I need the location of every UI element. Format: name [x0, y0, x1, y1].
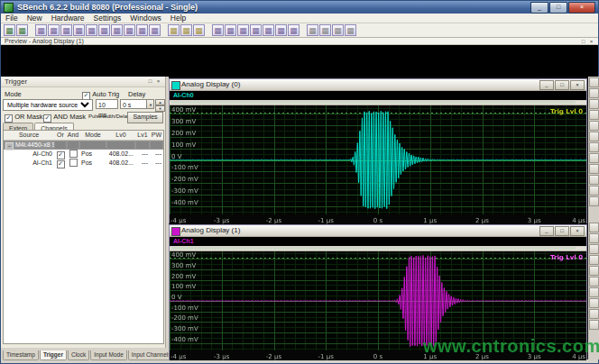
display-side-button[interactable]: [589, 99, 599, 109]
toolbar-button[interactable]: ▦: [250, 24, 262, 36]
analog-display-0-titlebar[interactable]: Analog Display (0) _ □ ×: [170, 79, 586, 91]
trigger-panel-header[interactable]: Trigger □ ×: [1, 77, 165, 87]
channel-label-bar[interactable]: AI-Ch0: [170, 91, 586, 100]
toolbar-button[interactable]: ▦: [225, 24, 236, 36]
or-mask-checkbox[interactable]: ✓ OR Mask: [5, 113, 43, 123]
trigger-mode-select[interactable]: Multiple hardware sources with AND/OR: [3, 99, 93, 111]
toolbar-button[interactable]: ▦: [345, 24, 356, 36]
toolbar-button[interactable]: ▦: [307, 24, 318, 36]
menu-item-hardware[interactable]: Hardware: [47, 14, 89, 23]
toolbar-button[interactable]: ▦: [180, 24, 192, 36]
toolbar-button[interactable]: ▦: [35, 24, 47, 36]
table-row[interactable]: AI-Ch0✓Pos408.02...------: [4, 150, 163, 159]
toolbar-button[interactable]: ▦: [124, 24, 135, 36]
display-side-button[interactable]: [589, 277, 599, 287]
toolbar-button[interactable]: ▦: [212, 24, 224, 36]
float-icon[interactable]: □: [579, 38, 587, 45]
toolbar-button[interactable]: ▦: [332, 24, 344, 36]
analog-display-0-window: Analog Display (0) _ □ × AI-Ch0: [169, 78, 587, 223]
table-group-row[interactable]: −M4i.4450-x8 S...: [4, 141, 163, 150]
maximize-icon[interactable]: □: [549, 2, 567, 14]
display-side-button[interactable]: [589, 77, 599, 87]
close-icon[interactable]: ×: [570, 80, 585, 90]
display-side-button[interactable]: [589, 142, 599, 152]
toolbar-button[interactable]: ▦: [275, 24, 287, 36]
channel-label-bar[interactable]: AI-Ch1: [170, 237, 586, 246]
close-icon[interactable]: ×: [587, 38, 595, 45]
toolbar-button[interactable]: ▦: [319, 24, 331, 36]
toolbar-button[interactable]: ▦: [86, 24, 97, 36]
display-side-button[interactable]: [589, 132, 599, 141]
spinner-up-icon[interactable]: ▲: [155, 99, 165, 105]
toolbar-button[interactable]: ▦: [288, 24, 300, 36]
and-checkbox[interactable]: [67, 159, 79, 168]
delay-field[interactable]: 0 s: [120, 99, 147, 109]
display-side-button[interactable]: [589, 164, 599, 174]
float-icon[interactable]: □: [146, 77, 154, 85]
display-side-button[interactable]: [589, 110, 599, 120]
mode-cell[interactable]: Pos: [79, 150, 106, 159]
toolbar-button[interactable]: ▦: [263, 24, 274, 36]
menu-item-windows[interactable]: Windows: [125, 14, 165, 23]
toolbar-button[interactable]: ▦: [60, 24, 72, 36]
maximize-icon[interactable]: □: [555, 80, 569, 90]
analog-display-1-titlebar[interactable]: Analog Display (1) _ □ ×: [170, 225, 586, 237]
display-side-button[interactable]: [589, 255, 599, 265]
delay-spinner[interactable]: ▲ ▼: [155, 99, 165, 111]
menu-item-settings[interactable]: Settings: [89, 14, 126, 23]
menu-item-file[interactable]: File: [1, 14, 23, 23]
toolbar-button[interactable]: ▦: [48, 24, 60, 36]
menu-item-new[interactable]: New: [23, 14, 47, 23]
toolbar-button[interactable]: ▦: [16, 24, 28, 36]
toolbar-button[interactable]: ▦: [73, 24, 85, 36]
lv0-cell[interactable]: 408.02...: [106, 159, 135, 168]
display-side-button[interactable]: [589, 287, 599, 297]
display-side-button[interactable]: [589, 121, 599, 131]
group-fill-cell: [136, 141, 149, 149]
mode-cell[interactable]: Pos: [79, 159, 106, 168]
table-row[interactable]: AI-Ch1✓Pos408.02...------: [4, 159, 163, 168]
tab-timestamp[interactable]: Timestamp: [3, 350, 39, 360]
close-icon[interactable]: ×: [154, 77, 162, 85]
minimize-icon[interactable]: _: [539, 226, 554, 236]
or-checkbox[interactable]: ✓: [54, 159, 67, 168]
spinner-down-icon[interactable]: ▼: [155, 105, 165, 112]
lv0-cell[interactable]: 408.02...: [106, 150, 135, 159]
maximize-icon[interactable]: □: [555, 226, 569, 236]
tab-trigger[interactable]: Trigger: [40, 350, 67, 360]
title-bar[interactable]: SBench 6.2.2 build 8080 (Professional - …: [1, 1, 598, 14]
tab-input-channels[interactable]: Input Channels: [128, 350, 175, 360]
chevron-down-icon[interactable]: ▼: [146, 99, 154, 109]
display-side-button[interactable]: [589, 320, 599, 330]
display-side-button[interactable]: [589, 309, 599, 319]
analog-display-0-plot[interactable]: [170, 105, 586, 224]
display-side-button[interactable]: [589, 233, 599, 243]
column-header: Source: [4, 131, 54, 140]
and-mask-checkbox[interactable]: ✓ AND Mask: [43, 113, 86, 123]
display-side-button[interactable]: [589, 266, 599, 276]
close-icon[interactable]: ×: [570, 226, 585, 236]
toolbar-button[interactable]: ▦: [98, 24, 110, 36]
display-side-button[interactable]: [589, 186, 599, 196]
display-side-button[interactable]: [589, 298, 599, 308]
minimize-icon[interactable]: _: [530, 2, 548, 14]
auto-trig-timeout-field[interactable]: 10 ms: [96, 99, 118, 109]
display-side-button[interactable]: [589, 196, 599, 206]
toolbar-button[interactable]: ▦: [193, 24, 205, 36]
toolbar-button[interactable]: ▦: [237, 24, 249, 36]
toolbar-button[interactable]: ▦: [168, 24, 180, 36]
tab-input-mode[interactable]: Input Mode: [90, 350, 127, 360]
toolbar-button[interactable]: ▦: [149, 24, 161, 36]
display-side-button[interactable]: [589, 175, 599, 185]
toolbar-button[interactable]: ▦: [111, 24, 123, 36]
display-side-button[interactable]: [589, 244, 599, 254]
toolbar-button[interactable]: ▦: [4, 24, 15, 36]
tab-clock[interactable]: Clock: [68, 350, 89, 360]
display-side-button[interactable]: [589, 153, 599, 163]
close-icon[interactable]: ×: [568, 2, 595, 14]
display-side-button[interactable]: [589, 88, 599, 98]
menu-item-help[interactable]: Help: [166, 14, 190, 23]
minimize-icon[interactable]: _: [539, 80, 554, 90]
toolbar-button[interactable]: ▦: [136, 24, 148, 36]
display-side-button[interactable]: [589, 223, 599, 232]
